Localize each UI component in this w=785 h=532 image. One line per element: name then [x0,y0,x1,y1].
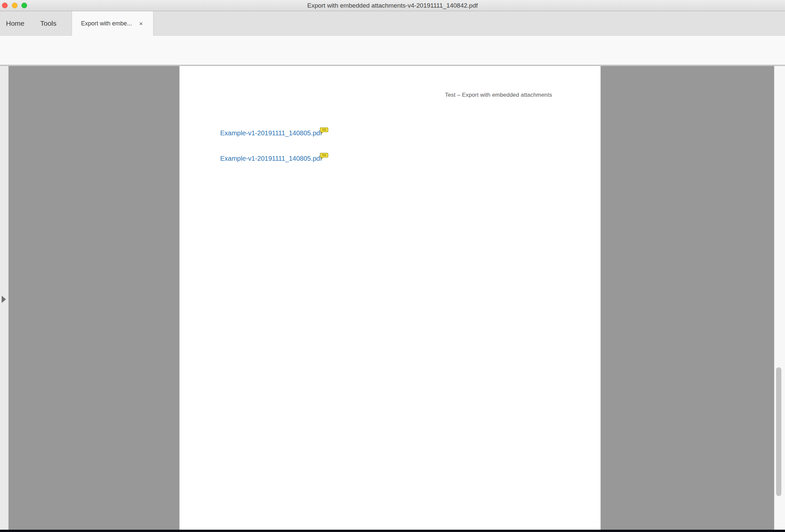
window-title: Export with embedded attachments-v4-2019… [0,0,785,11]
vertical-scrollbar[interactable] [774,66,785,532]
main-toolbar: / 3 70.4% [0,36,785,66]
zoom-window-button[interactable] [22,3,27,8]
tab-document-active[interactable]: Export with embe... × [72,11,153,36]
document-canvas: Test – Export with embedded attachments … [0,66,785,532]
tab-document-label: Export with embe... [81,20,132,27]
pdf-page: Test – Export with embedded attachments … [179,66,601,532]
tab-home[interactable]: Home [6,11,24,36]
page-header-text: Test – Export with embedded attachments [445,92,552,98]
tab-bar: Home Tools Export with embe... × [0,11,785,36]
attachment-link[interactable]: Example-v1-20191111_140805.pdf [220,155,322,162]
comment-note-icon[interactable] [320,127,329,136]
tab-tools[interactable]: Tools [40,11,56,36]
navigation-pane-strip [0,66,8,532]
tab-close-icon[interactable]: × [138,20,144,27]
comment-note-icon[interactable] [320,152,329,162]
close-window-button[interactable] [2,3,7,8]
window-titlebar: Export with embedded attachments-v4-2019… [0,0,785,11]
window-bottom-edge [0,530,785,532]
attachment-link[interactable]: Example-v1-20191111_140805.pdf [220,129,322,137]
minimize-window-button[interactable] [12,3,18,8]
expand-sidebar-arrow-icon[interactable] [2,296,6,303]
scrollbar-thumb[interactable] [776,367,781,496]
